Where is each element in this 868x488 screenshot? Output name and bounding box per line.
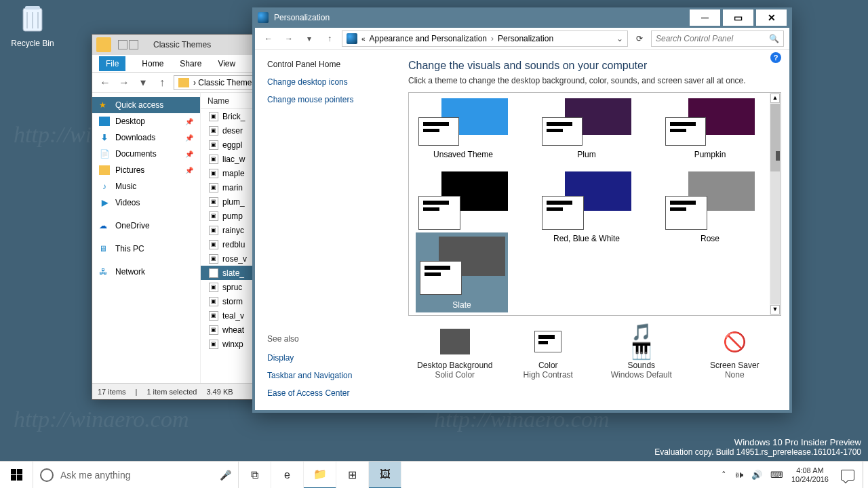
tab-view[interactable]: View: [218, 59, 235, 68]
setting-sounds[interactable]: 🎵🎹SoundsWindows Default: [599, 327, 684, 380]
sidebar-onedrive[interactable]: ☁OneDrive: [92, 218, 200, 234]
refresh-icon[interactable]: ⟳: [632, 34, 647, 43]
pin-icon: 📌: [185, 134, 193, 142]
back-arrow-icon[interactable]: ←: [98, 75, 113, 90]
taskbar-file-explorer[interactable]: 📁: [304, 462, 336, 489]
theme-red-blue-white[interactable]: Red, Blue & White: [542, 171, 631, 243]
sidebar-desktop[interactable]: Desktop📌: [92, 113, 200, 129]
setting-screen-saver[interactable]: 🚫Screen SaverNone: [692, 327, 777, 380]
action-center-icon[interactable]: [841, 470, 854, 481]
maximize-button[interactable]: [723, 9, 753, 26]
crumb-appearance[interactable]: Appearance and Personalization: [370, 34, 487, 43]
status-size: 3.49 KB: [206, 388, 233, 396]
sidebar-documents[interactable]: 📄Documents📌: [92, 146, 200, 162]
setting-icon: 🚫: [718, 327, 751, 357]
scrollbar[interactable]: ▲ ▼: [770, 93, 781, 315]
theme-file-icon: ▣: [209, 283, 218, 292]
folder-icon: [99, 117, 110, 126]
dropdown-icon[interactable]: ▾: [136, 75, 151, 90]
tray-keyboard-icon[interactable]: ⌨: [770, 470, 783, 480]
taskbar-store[interactable]: ⊞: [336, 462, 369, 489]
close-button[interactable]: [756, 9, 787, 26]
tray-chevron-icon[interactable]: ˄: [722, 470, 726, 480]
forward-arrow-icon[interactable]: →: [281, 34, 297, 43]
up-arrow-icon[interactable]: ↑: [321, 34, 338, 43]
history-dropdown-icon[interactable]: ▾: [301, 34, 317, 43]
theme-file-icon: ▣: [209, 325, 218, 335]
search-input[interactable]: Search Control Panel 🔍: [651, 30, 784, 47]
crumb-personalization[interactable]: Personalization: [498, 34, 553, 43]
themes-panel: ? Change the visuals and sounds on your …: [400, 50, 789, 407]
tab-file[interactable]: File: [99, 56, 125, 71]
taskbar-personalization[interactable]: 🖼: [369, 462, 401, 489]
sidebar-network[interactable]: 🖧Network: [92, 264, 200, 280]
star-icon: ★: [99, 100, 110, 110]
sidebar-thispc[interactable]: 🖥This PC: [92, 241, 200, 257]
theme-unsaved-theme[interactable]: Unsaved Theme: [418, 98, 508, 159]
taskbar-edge[interactable]: e: [271, 462, 304, 489]
cortana-search[interactable]: Ask me anything 🎤: [33, 462, 239, 489]
control-panel-home[interactable]: Control Panel Home: [267, 60, 388, 69]
window-titlebar[interactable]: Personalization: [252, 7, 792, 28]
setting-desktop-background[interactable]: Desktop BackgroundSolid Color: [412, 327, 498, 380]
start-button[interactable]: [0, 462, 33, 489]
clock[interactable]: 4:08 AM 10/24/2016: [791, 466, 833, 483]
recycle-bin[interactable]: Recycle Bin: [5, 4, 60, 48]
task-view-button[interactable]: ⧉: [239, 462, 271, 489]
folder-icon: [178, 78, 189, 87]
link-ease-of-access[interactable]: Ease of Access Center: [267, 388, 388, 398]
help-icon[interactable]: ?: [770, 52, 781, 63]
setting-color[interactable]: ColorHigh Contrast: [505, 327, 591, 380]
pc-icon: 🖥: [99, 244, 110, 253]
scroll-up-icon[interactable]: ▲: [770, 94, 780, 103]
qat-btn[interactable]: [129, 40, 138, 49]
tray-network-icon[interactable]: 🕪: [734, 470, 743, 480]
page-heading: Change the visuals and sounds on your co…: [408, 60, 781, 72]
theme-pumpkin[interactable]: Pumpkin: [665, 98, 755, 159]
forward-arrow-icon[interactable]: →: [117, 75, 132, 90]
network-icon: 🖧: [99, 267, 110, 277]
tab-share[interactable]: Share: [180, 59, 201, 68]
recycle-bin-icon: [18, 4, 47, 34]
theme-label: Unsaved Theme: [418, 150, 508, 159]
quick-access[interactable]: ★ Quick access: [92, 97, 200, 113]
explorer-title: Classic Themes: [153, 40, 211, 49]
theme-file-icon: ▣: [209, 183, 218, 192]
theme-file-icon: ▣: [209, 240, 218, 249]
theme-file-icon: ▣: [209, 112, 218, 121]
link-taskbar-navigation[interactable]: Taskbar and Navigation: [267, 371, 388, 380]
link-desktop-icons[interactable]: Change desktop icons: [267, 77, 388, 87]
scroll-thumb[interactable]: [770, 104, 780, 171]
theme-file-icon: ▣: [209, 311, 218, 321]
qat-btn[interactable]: [118, 40, 127, 49]
theme-label: Slate: [420, 300, 504, 310]
sidebar-videos[interactable]: ▶Videos: [92, 195, 200, 211]
theme-rose[interactable]: Rose: [665, 171, 755, 243]
theme-slate[interactable]: Slate: [416, 232, 508, 312]
theme-file-icon: ▣: [209, 126, 218, 136]
scroll-down-icon[interactable]: ▼: [770, 305, 780, 314]
pin-icon: 📌: [185, 167, 193, 174]
link-mouse-pointers[interactable]: Change mouse pointers: [267, 95, 388, 104]
tab-home[interactable]: Home: [142, 59, 163, 68]
address-bar[interactable]: « Appearance and Personalization › Perso…: [342, 30, 628, 47]
link-display[interactable]: Display: [267, 353, 388, 363]
theme-file-icon: ▣: [209, 297, 218, 306]
microphone-icon[interactable]: 🎤: [220, 470, 231, 481]
up-arrow-icon[interactable]: ↑: [155, 75, 170, 90]
folder-icon: ♪: [99, 182, 110, 191]
recycle-bin-label: Recycle Bin: [5, 39, 60, 48]
sidebar-downloads[interactable]: ⬇Downloads📌: [92, 129, 200, 146]
tray-volume-icon[interactable]: 🔊: [751, 470, 762, 480]
sidebar-music[interactable]: ♪Music: [92, 178, 200, 195]
theme-file-icon: ▣: [209, 155, 218, 164]
setting-icon: [439, 327, 471, 357]
minimize-button[interactable]: [690, 9, 720, 26]
sidebar-pictures[interactable]: Pictures📌: [92, 162, 200, 178]
theme-plum[interactable]: Plum: [542, 98, 631, 159]
back-arrow-icon[interactable]: ←: [260, 34, 277, 43]
show-desktop-button[interactable]: [863, 462, 868, 489]
theme-file-icon: ▣: [209, 169, 218, 178]
setting-icon: [532, 327, 564, 357]
theme-file-icon: ▣: [209, 140, 218, 150]
